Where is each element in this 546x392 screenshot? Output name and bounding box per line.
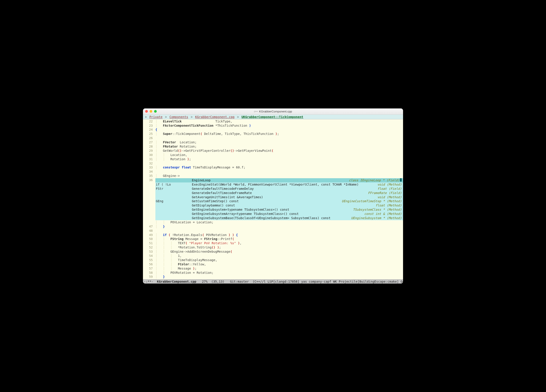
code-line[interactable]: 53│ │ GEngine->AddOnScreenDebugMessage( bbox=[143, 250, 403, 254]
line-number: 31 bbox=[143, 157, 155, 161]
autocomplete-item[interactable]: EngineLoopclass IEngineLoop * (Field) bbox=[155, 178, 403, 182]
ac-label: EngineLoop bbox=[192, 178, 347, 182]
editor-window: c++ KGrabberComponent.cpp > Private > Co… bbox=[143, 109, 403, 284]
file-icon: c++ bbox=[254, 110, 258, 113]
code-text: │ │ Location, bbox=[155, 153, 187, 157]
ac-label: GenerateDefaultTimecodeFrameDelay bbox=[192, 187, 375, 191]
ac-kind: (Field) bbox=[389, 191, 402, 195]
autocomplete-item[interactable]: GetDisplayGamma() constfloat (Method) bbox=[155, 203, 403, 208]
code-line[interactable]: 32 bbox=[143, 161, 403, 166]
code-line[interactable]: 57│ │ │ Message ); bbox=[143, 266, 403, 271]
autocomplete-item[interactable]: FStrGenerateDefaultTimecodeFrameDelayflo… bbox=[155, 187, 403, 191]
code-line[interactable]: 52│ │ │ *Rotation.ToString() ); bbox=[143, 245, 403, 250]
code-line[interactable]: 49│ if ( !Rotation.Equals( POVRotation )… bbox=[143, 233, 403, 237]
window-title: c++ KGrabberComponent.cpp bbox=[254, 110, 292, 113]
code-text: │ │ POVLocation = Location; bbox=[155, 220, 214, 225]
code-line[interactable]: 22│ ELevelTick TickType, bbox=[143, 119, 403, 123]
ac-type: const int & bbox=[362, 212, 387, 216]
code-line[interactable]: │ │ POVLocation = Location; bbox=[143, 220, 403, 225]
code-line[interactable]: 26 bbox=[143, 136, 403, 140]
autocomplete-item[interactable]: GetEngineSubsystemBase(TSubclassOf<UEngi… bbox=[155, 216, 403, 220]
code-line[interactable]: 34 bbox=[143, 170, 403, 174]
line-number: 28 bbox=[143, 144, 155, 149]
ac-type: TSubsystemClass * bbox=[351, 208, 387, 212]
code-line[interactable]: 54│ │ │ 1, bbox=[143, 254, 403, 258]
line-number: 34 bbox=[143, 170, 155, 174]
autocomplete-item[interactable]: GEngGetCustomTimeStep() constUEngineCust… bbox=[155, 199, 403, 203]
autocomplete-item[interactable]: GenerateDefaultTimecodeFrameRateFFrameRa… bbox=[155, 191, 403, 195]
minimize-button[interactable] bbox=[150, 110, 152, 113]
breadcrumb-item-symbol[interactable]: UKGrabberComponent::TickComponent bbox=[241, 115, 303, 119]
line-number: 27 bbox=[143, 140, 155, 144]
autocomplete-item[interactable]: GetAverageUnitTimes(int &AverageTimes)vo… bbox=[155, 195, 403, 199]
code-text: │ GEngine-> bbox=[155, 174, 180, 178]
code-text: │ } bbox=[155, 275, 165, 279]
breadcrumb-item-private[interactable]: Private bbox=[150, 115, 162, 119]
code-text: │ │ │ 1, bbox=[155, 254, 182, 258]
breadcrumb-item-components[interactable]: Components bbox=[169, 115, 188, 119]
ac-code-behind bbox=[155, 195, 192, 199]
code-line[interactable]: 55│ │ │ TimeToDisplayMessage, bbox=[143, 258, 403, 262]
code-text: { bbox=[155, 128, 157, 132]
ac-code-behind: GEng bbox=[155, 199, 192, 203]
autocomplete-item[interactable]: GetEngineSubsystem<typename TSubsystemCl… bbox=[155, 208, 403, 212]
ac-code-behind bbox=[155, 178, 192, 182]
breadcrumb-sep: > bbox=[237, 115, 239, 119]
modeline-file: KGrabberComponent.cpp bbox=[157, 280, 196, 283]
code-editor[interactable]: 22│ ELevelTick TickType,23│ FActorCompon… bbox=[143, 119, 403, 280]
line-number: 48 bbox=[143, 229, 155, 233]
code-line[interactable]: 28│ FRotator Rotation; bbox=[143, 144, 403, 149]
code-line[interactable]: 30│ │ Location, bbox=[143, 153, 403, 157]
ac-kind: (Method) bbox=[387, 212, 402, 216]
code-line[interactable]: 33│ constexpr float TimeToDisplayMessage… bbox=[143, 165, 403, 170]
breadcrumb-sep: > bbox=[165, 115, 167, 119]
code-line[interactable]: 48 bbox=[143, 229, 403, 233]
maximize-button[interactable] bbox=[154, 110, 157, 113]
breadcrumb-sep: > bbox=[191, 115, 193, 119]
code-text: │ │ │ *Rotation.ToString() ); bbox=[155, 245, 221, 250]
close-button[interactable] bbox=[145, 110, 148, 113]
code-line[interactable]: 59│ } bbox=[143, 275, 403, 279]
line-number: 57 bbox=[143, 266, 155, 271]
code-line[interactable]: 31│ │ Rotation ); bbox=[143, 157, 403, 161]
line-number: 22 bbox=[143, 119, 155, 123]
code-line[interactable]: 24{ bbox=[143, 128, 403, 132]
line-number: 23 bbox=[143, 123, 155, 128]
line-number bbox=[143, 220, 155, 225]
code-line[interactable]: 27│ FVector Location; bbox=[143, 140, 403, 144]
ac-code-behind: FStr bbox=[155, 187, 192, 191]
code-line[interactable]: 23│ FActorComponentTickFunction *ThisTic… bbox=[143, 123, 403, 128]
code-line[interactable]: 29│ GetWorld()->GetFirstPlayerController… bbox=[143, 149, 403, 153]
traffic-lights bbox=[145, 110, 157, 113]
code-text: │ │ │ TEXT( "Player PoV Rotation: %s" ), bbox=[155, 241, 242, 245]
code-line[interactable]: 47│ } bbox=[143, 225, 403, 229]
ac-type: UEngineCustomTimeStep * bbox=[339, 199, 387, 203]
code-line[interactable]: 51│ │ │ TEXT( "Player PoV Rotation: %s" … bbox=[143, 241, 403, 245]
autocomplete-popup[interactable]: EngineLoopclass IEngineLoop * (Field)if … bbox=[155, 178, 403, 220]
line-number: 30 bbox=[143, 153, 155, 157]
breadcrumb-item-file[interactable]: KGrabberComponent.cpp bbox=[195, 115, 234, 119]
line-number: 51 bbox=[143, 241, 155, 245]
modeline-percent: 27% bbox=[202, 280, 208, 283]
code-line[interactable]: 58│ │ POVRotation = Rotation; bbox=[143, 271, 403, 275]
line-number: 52 bbox=[143, 245, 155, 250]
ac-label: GetDisplayGamma() const bbox=[192, 203, 373, 208]
line-number: 54 bbox=[143, 254, 155, 258]
breadcrumb-sep: > bbox=[145, 115, 147, 119]
ac-code-behind bbox=[155, 208, 192, 212]
code-line[interactable]: 56│ │ │ FColor::Yellow, bbox=[143, 262, 403, 266]
window-title-text: KGrabberComponent.cpp bbox=[259, 110, 292, 113]
code-line[interactable]: 25│ Super::TickComponent( DeltaTime, Tic… bbox=[143, 132, 403, 136]
code-text: │ │ POVRotation = Rotation; bbox=[155, 271, 214, 275]
ac-code-behind bbox=[155, 203, 192, 208]
ac-type: float bbox=[375, 187, 389, 191]
line-number: 56 bbox=[143, 262, 155, 266]
ac-type: float bbox=[373, 203, 387, 208]
code-line[interactable]: 35│ GEngine-> bbox=[143, 174, 403, 178]
autocomplete-item[interactable]: GetEngineSubsystemArray<typename TSubsys… bbox=[155, 212, 403, 216]
ac-kind: (Method) bbox=[387, 182, 402, 187]
code-line[interactable]: 50│ │ FString Message = FString::Printf( bbox=[143, 237, 403, 241]
autocomplete-item[interactable]: if ( !LoExecEngineStat(UWorld *World, FC… bbox=[155, 182, 403, 187]
ac-code-behind: if ( !Lo bbox=[155, 182, 192, 187]
ac-kind: (Method) bbox=[387, 199, 402, 203]
